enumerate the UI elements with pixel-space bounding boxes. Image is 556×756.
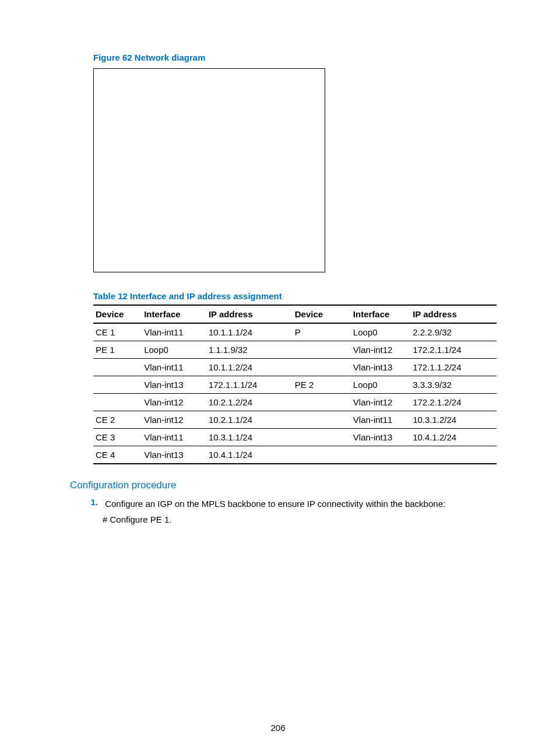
cell	[293, 429, 351, 446]
table-row: CE 1 Vlan-int11 10.1.1.1/24 P Loop0 2.2.…	[93, 323, 497, 341]
network-diagram-placeholder	[93, 68, 325, 272]
cell: Vlan-int13	[142, 376, 206, 394]
cell: Vlan-int13	[142, 446, 206, 464]
th-device: Device	[93, 305, 142, 323]
cell	[293, 446, 351, 464]
cell: 172.1.1.1/24	[206, 376, 293, 394]
table-caption: Table 12 Interface and IP address assign…	[93, 291, 498, 301]
page-number: 206	[0, 723, 556, 733]
cell: Vlan-int12	[351, 341, 410, 359]
table-row: CE 2 Vlan-int12 10.2.1.1/24 Vlan-int11 1…	[93, 411, 497, 429]
cell: CE 1	[93, 323, 142, 341]
cell: CE 3	[93, 429, 142, 446]
cell	[93, 394, 142, 411]
cell: 10.1.1.2/24	[206, 359, 293, 376]
th-interface2: Interface	[351, 305, 410, 323]
cell: Loop0	[351, 376, 410, 394]
figure-caption: Figure 62 Network diagram	[93, 52, 498, 62]
cell: 10.3.1.1/24	[206, 429, 293, 446]
cell: P	[293, 323, 351, 341]
cell: 2.2.2.9/32	[410, 323, 497, 341]
cell: Loop0	[142, 341, 206, 359]
step-number: 1.	[78, 497, 98, 507]
cell	[410, 446, 497, 464]
cell: 10.1.1.1/24	[206, 323, 293, 341]
cell: 172.2.1.2/24	[410, 394, 497, 411]
table-row: Vlan-int12 10.2.1.2/24 Vlan-int12 172.2.…	[93, 394, 497, 411]
cell: 3.3.3.9/32	[410, 376, 497, 394]
cell	[293, 394, 351, 411]
table-row: CE 4 Vlan-int13 10.4.1.1/24	[93, 446, 497, 464]
step-sub: # Configure PE 1.	[103, 513, 498, 526]
cell: 10.4.1.1/24	[206, 446, 293, 464]
cell: PE 2	[293, 376, 351, 394]
cell	[351, 446, 410, 464]
th-ipaddress2: IP address	[410, 305, 497, 323]
cell: Vlan-int11	[351, 411, 410, 429]
cell: 172.1.1.2/24	[410, 359, 497, 376]
cell: Vlan-int13	[351, 429, 410, 446]
cell: 1.1.1.9/32	[206, 341, 293, 359]
step-text: Configure an IGP on the MPLS backbone to…	[105, 497, 445, 510]
cell: Vlan-int11	[142, 429, 206, 446]
cell	[293, 359, 351, 376]
cell: 10.2.1.1/24	[206, 411, 293, 429]
cell	[293, 341, 351, 359]
cell: 10.2.1.2/24	[206, 394, 293, 411]
cell: 10.3.1.2/24	[410, 411, 497, 429]
cell	[93, 359, 142, 376]
cell: CE 2	[93, 411, 142, 429]
cell	[293, 411, 351, 429]
cell: Vlan-int12	[351, 394, 410, 411]
cell: Vlan-int11	[142, 323, 206, 341]
section-heading: Configuration procedure	[70, 480, 498, 491]
cell: PE 1	[93, 341, 142, 359]
cell: Vlan-int12	[142, 394, 206, 411]
cell: Vlan-int11	[142, 359, 206, 376]
cell	[93, 376, 142, 394]
cell: 172.2.1.1/24	[410, 341, 497, 359]
table-row: Vlan-int11 10.1.1.2/24 Vlan-int13 172.1.…	[93, 359, 497, 376]
cell: Vlan-int13	[351, 359, 410, 376]
step-1: 1. Configure an IGP on the MPLS backbone…	[78, 497, 498, 510]
th-device2: Device	[293, 305, 351, 323]
table-row: PE 1 Loop0 1.1.1.9/32 Vlan-int12 172.2.1…	[93, 341, 497, 359]
cell: Loop0	[351, 323, 410, 341]
table-row: CE 3 Vlan-int11 10.3.1.1/24 Vlan-int13 1…	[93, 429, 497, 446]
th-interface: Interface	[142, 305, 206, 323]
th-ipaddress: IP address	[206, 305, 293, 323]
cell: 10.4.1.2/24	[410, 429, 497, 446]
table-row: Vlan-int13 172.1.1.1/24 PE 2 Loop0 3.3.3…	[93, 376, 497, 394]
cell: CE 4	[93, 446, 142, 464]
table-header-row: Device Interface IP address Device Inter…	[93, 305, 497, 323]
cell: Vlan-int12	[142, 411, 206, 429]
ip-assignment-table: Device Interface IP address Device Inter…	[93, 304, 497, 464]
